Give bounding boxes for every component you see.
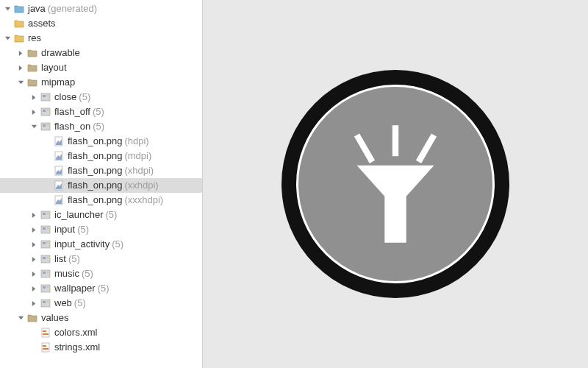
tree-row[interactable]: close(5) <box>0 90 202 105</box>
tree-row[interactable]: layout <box>0 60 202 75</box>
image-file-icon <box>53 194 65 206</box>
chevron-down-icon[interactable] <box>16 314 25 322</box>
chevron-down-icon[interactable] <box>16 78 25 87</box>
chevron-right-icon[interactable] <box>29 93 38 102</box>
image-set-icon <box>40 121 51 132</box>
tree-label: layout <box>41 60 67 75</box>
svg-marker-3 <box>357 166 434 243</box>
tree-row[interactable]: assets <box>0 16 202 31</box>
tree-qualifier: (5) <box>77 222 89 237</box>
image-file-icon <box>53 180 65 191</box>
tree-row[interactable]: input_activity(5) <box>0 237 202 252</box>
image-set-icon <box>40 283 51 294</box>
tree-label: flash_on.png <box>68 149 122 163</box>
image-set-icon <box>40 91 51 103</box>
chevron-right-icon[interactable] <box>29 284 38 293</box>
chevron-down-icon[interactable] <box>29 122 38 131</box>
xml-file-icon <box>40 327 51 339</box>
tree-row[interactable]: flash_off(5) <box>0 105 202 119</box>
tree-qualifier: (5) <box>93 105 104 119</box>
tree-row[interactable]: flash_on.png(xxhdpi) <box>0 178 202 193</box>
tree-row[interactable]: flash_on.png(xhdpi) <box>0 163 202 178</box>
tree-qualifier: (mdpi) <box>124 149 151 163</box>
chevron-down-icon[interactable] <box>3 34 12 43</box>
tree-row[interactable]: colors.xml <box>0 325 202 340</box>
tree-label: wallpaper <box>54 281 96 296</box>
tree-label: flash_off <box>54 105 90 119</box>
tree-qualifier: (5) <box>98 281 110 296</box>
tree-label: colors.xml <box>54 325 98 340</box>
arrow-spacer <box>43 152 51 160</box>
arrow-spacer <box>29 343 38 352</box>
tree-row[interactable]: list(5) <box>0 252 202 266</box>
tree-row[interactable]: flash_on(5) <box>0 119 202 134</box>
res-folder-icon <box>13 18 25 29</box>
res-folder-icon <box>13 32 25 44</box>
tree-qualifier: (xhdpi) <box>124 163 154 178</box>
tree-label: ic_launcher <box>54 208 104 222</box>
arrow-spacer <box>43 181 51 190</box>
tree-label: res <box>28 31 41 46</box>
tree-qualifier: (xxxhdpi) <box>124 193 163 208</box>
xml-file-icon <box>40 342 51 353</box>
tree-qualifier: (5) <box>82 266 93 281</box>
tree-row[interactable]: java(generated) <box>0 1 202 16</box>
tree-row[interactable]: flash_on.png(xxxhdpi) <box>0 193 202 208</box>
folder-icon <box>26 77 38 88</box>
chevron-right-icon[interactable] <box>29 240 38 249</box>
chevron-right-icon[interactable] <box>29 269 38 278</box>
arrow-spacer <box>43 137 51 146</box>
tree-label: drawable <box>41 46 80 60</box>
tree-qualifier: (5) <box>79 90 90 105</box>
chevron-right-icon[interactable] <box>29 210 38 219</box>
svg-rect-1 <box>354 133 375 163</box>
tree-label: values <box>41 311 69 325</box>
arrow-spacer <box>43 166 51 175</box>
tree-qualifier: (5) <box>112 237 123 252</box>
image-set-icon <box>40 238 51 250</box>
folder-icon <box>26 62 38 74</box>
tree-qualifier: (hdpi) <box>124 134 148 149</box>
tree-label: flash_on.png <box>68 178 122 193</box>
chevron-right-icon[interactable] <box>16 63 25 72</box>
image-set-icon <box>40 224 51 236</box>
image-set-icon <box>40 106 51 118</box>
tree-row[interactable]: ic_launcher(5) <box>0 208 202 222</box>
file-tree[interactable]: java(generated)assetsresdrawablelayoutmi… <box>0 0 203 368</box>
tree-row[interactable]: music(5) <box>0 266 202 281</box>
tree-label: web <box>54 296 72 311</box>
arrow-spacer <box>3 19 12 28</box>
tree-label: flash_on.png <box>68 193 122 208</box>
chevron-right-icon[interactable] <box>16 49 25 57</box>
tree-qualifier: (5) <box>68 252 80 266</box>
chevron-right-icon[interactable] <box>29 255 38 263</box>
tree-label: input_activity <box>54 237 110 252</box>
tree-row[interactable]: flash_on.png(mdpi) <box>0 149 202 163</box>
tree-row[interactable]: res <box>0 31 202 46</box>
tree-row[interactable]: input(5) <box>0 222 202 237</box>
tree-label: mipmap <box>41 75 75 90</box>
chevron-right-icon[interactable] <box>29 107 38 116</box>
arrow-spacer <box>29 328 38 337</box>
tree-row[interactable]: mipmap <box>0 75 202 90</box>
tree-row[interactable]: wallpaper(5) <box>0 281 202 296</box>
arrow-spacer <box>43 196 51 205</box>
tree-qualifier: (xxhdpi) <box>124 178 158 193</box>
tree-row[interactable]: web(5) <box>0 296 202 311</box>
tree-row[interactable]: flash_on.png(hdpi) <box>0 134 202 149</box>
chevron-right-icon[interactable] <box>29 299 38 308</box>
tree-row[interactable]: values <box>0 311 202 325</box>
tree-row[interactable]: drawable <box>0 46 202 60</box>
tree-label: close <box>54 90 76 105</box>
tree-label: strings.xml <box>54 340 100 355</box>
image-set-icon <box>40 209 51 221</box>
image-set-icon <box>40 268 51 280</box>
image-file-icon <box>53 135 65 147</box>
image-file-icon <box>53 165 65 177</box>
tree-label: music <box>54 266 79 281</box>
image-file-icon <box>53 150 65 162</box>
chevron-down-icon[interactable] <box>3 4 12 13</box>
chevron-right-icon[interactable] <box>29 225 38 234</box>
tree-row[interactable]: strings.xml <box>0 340 202 355</box>
tree-label: flash_on.png <box>68 163 122 178</box>
